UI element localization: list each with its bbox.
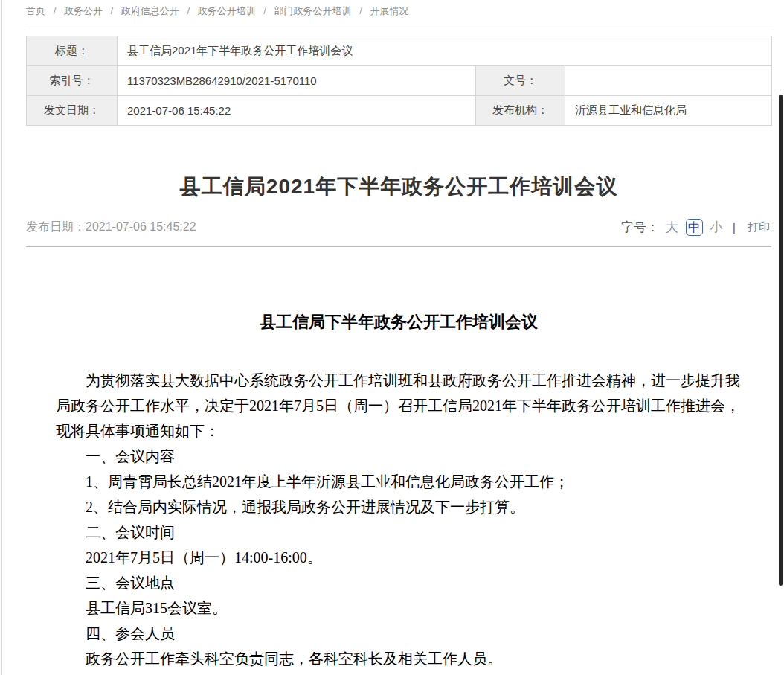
content-paragraph: 政务公开工作牵头科室负责同志，各科室科长及相关工作人员。 (56, 646, 742, 671)
table-row: 标题： 县工信局2021年下半年政务公开工作培训会议 (27, 36, 772, 66)
meta-label-docnum: 文号： (476, 66, 565, 96)
content-title: 县工信局下半年政务公开工作培训会议 (56, 313, 742, 332)
meta-label-index: 索引号： (27, 66, 118, 96)
meta-label-title: 标题： (27, 36, 118, 66)
content-section-heading: 三、会议地点 (56, 570, 742, 595)
content-paragraph: 2021年7月5日（周一）14:00-16:00。 (56, 545, 742, 570)
table-row: 发文日期： 2021-07-06 15:45:22 发布机构： 沂源县工业和信息… (27, 96, 772, 126)
meta-value-docnum (565, 66, 772, 96)
scrollbar-thumb[interactable] (779, 95, 783, 586)
page-title: 县工信局2021年下半年政务公开工作培训会议 (26, 175, 771, 199)
print-button[interactable]: 打印 (748, 220, 770, 234)
breadcrumb-item-training[interactable]: 政务公开培训 (198, 5, 256, 16)
meta-value-date: 2021-07-06 15:45:22 (118, 96, 476, 126)
content-section-heading: 四、参会人员 (56, 621, 742, 646)
breadcrumb-item-government-info[interactable]: 政府信息公开 (121, 5, 179, 16)
breadcrumb-separator: / (263, 5, 266, 16)
font-size-controls: 字号： 大 中 小 | 打印 (621, 219, 771, 236)
meta-value-agency: 沂源县工业和信息化局 (565, 96, 772, 126)
page: 首页 / 政务公开 / 政府信息公开 / 政务公开培训 / 部门政务公开培训 /… (26, 0, 771, 671)
article-body: 县工信局下半年政务公开工作培训会议 为贯彻落实县大数据中心系统政务公开工作培训班… (26, 313, 771, 671)
breadcrumb-item-current[interactable]: 开展情况 (370, 5, 408, 16)
publish-date: 发布日期：2021-07-06 15:45:22 (26, 220, 196, 235)
font-size-medium-button[interactable]: 中 (686, 219, 703, 236)
content-paragraph: 1、周青霄局长总结2021年度上半年沂源县工业和信息化局政务公开工作； (56, 469, 742, 494)
content-paragraph: 2、结合局内实际情况，通报我局政务公开进展情况及下一步打算。 (56, 494, 742, 519)
controls-separator: | (733, 221, 736, 234)
meta-label-date: 发文日期： (27, 96, 118, 126)
header-divider (26, 246, 771, 247)
meta-value-title: 县工信局2021年下半年政务公开工作培训会议 (118, 36, 772, 66)
breadcrumb-separator: / (54, 5, 57, 16)
font-size-label: 字号： (621, 219, 659, 236)
page-left-border (1, 0, 2, 675)
content-paragraph: 县工信局315会议室。 (56, 595, 742, 621)
meta-label-agency: 发布机构： (476, 96, 565, 126)
font-size-small-button[interactable]: 小 (710, 219, 723, 236)
breadcrumb-separator: / (111, 5, 114, 16)
breadcrumb-separator: / (359, 5, 362, 16)
content-paragraph: 为贯彻落实县大数据中心系统政务公开工作培训班和县政府政务公开工作推进会精神，进一… (56, 368, 742, 444)
breadcrumb-separator: / (187, 5, 190, 16)
breadcrumb-divider (26, 25, 771, 25)
breadcrumb-item-home[interactable]: 首页 (26, 5, 45, 16)
content-section-heading: 一、会议内容 (56, 444, 742, 469)
meta-value-index: 11370323MB28642910/2021-5170110 (118, 66, 476, 96)
font-size-large-button[interactable]: 大 (666, 219, 678, 236)
table-row: 索引号： 11370323MB28642910/2021-5170110 文号： (27, 66, 772, 96)
breadcrumb-item-department-training[interactable]: 部门政务公开培训 (274, 5, 352, 16)
content-section-heading: 二、会议时间 (56, 519, 742, 545)
publish-meta-row: 发布日期：2021-07-06 15:45:22 字号： 大 中 小 | 打印 (26, 219, 771, 236)
breadcrumb-item-zhengwugongkai[interactable]: 政务公开 (64, 5, 103, 16)
breadcrumb: 首页 / 政务公开 / 政府信息公开 / 政务公开培训 / 部门政务公开培训 /… (26, 0, 771, 18)
document-meta-table: 标题： 县工信局2021年下半年政务公开工作培训会议 索引号： 11370323… (26, 36, 772, 126)
